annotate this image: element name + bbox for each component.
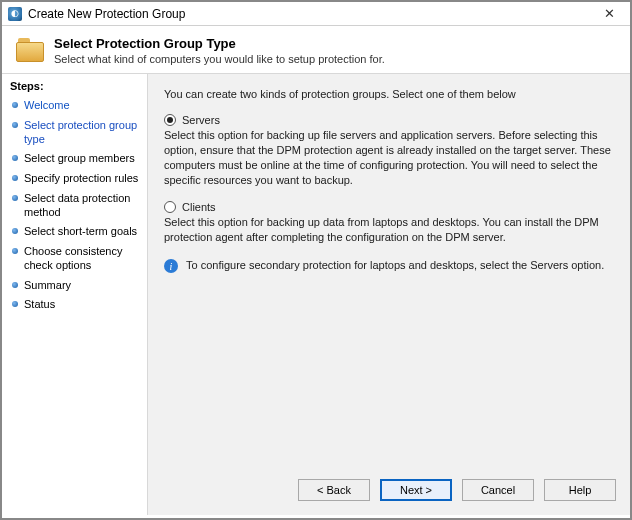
step-select-data-protection-method[interactable]: Select data protection method (2, 189, 147, 223)
next-button[interactable]: Next > (380, 479, 452, 501)
cancel-button[interactable]: Cancel (462, 479, 534, 501)
option-clients-description: Select this option for backing up data f… (164, 215, 614, 245)
folder-icon (16, 38, 44, 64)
app-icon: ◐ (8, 7, 22, 21)
info-text: To configure secondary protection for la… (186, 259, 604, 271)
step-bullet-icon (12, 282, 18, 288)
step-bullet-icon (12, 155, 18, 161)
step-specify-protection-rules[interactable]: Specify protection rules (2, 169, 147, 189)
step-status[interactable]: Status (2, 295, 147, 315)
option-servers-label: Servers (182, 114, 220, 126)
step-bullet-icon (12, 195, 18, 201)
option-servers[interactable]: Servers (164, 114, 614, 126)
back-button[interactable]: < Back (298, 479, 370, 501)
step-select-protection-group-type[interactable]: Select protection group type (2, 116, 147, 150)
page-title: Select Protection Group Type (54, 36, 385, 51)
step-bullet-icon (12, 301, 18, 307)
option-servers-description: Select this option for backing up file s… (164, 128, 614, 187)
wizard-header: Select Protection Group Type Select what… (2, 26, 630, 73)
intro-text: You can create two kinds of protection g… (164, 88, 614, 100)
step-bullet-icon (12, 175, 18, 181)
help-button[interactable]: Help (544, 479, 616, 501)
page-subtitle: Select what kind of computers you would … (54, 53, 385, 65)
radio-icon (164, 114, 176, 126)
option-clients-label: Clients (182, 201, 216, 213)
step-bullet-icon (12, 248, 18, 254)
step-bullet-icon (12, 102, 18, 108)
step-bullet-icon (12, 228, 18, 234)
content-pane: You can create two kinds of protection g… (148, 74, 630, 469)
window-title: Create New Protection Group (28, 7, 185, 21)
info-icon: i (164, 259, 178, 273)
step-select-group-members[interactable]: Select group members (2, 149, 147, 169)
step-select-short-term-goals[interactable]: Select short-term goals (2, 222, 147, 242)
steps-heading: Steps: (2, 80, 147, 96)
close-button[interactable]: ✕ (592, 4, 626, 24)
info-note: i To configure secondary protection for … (164, 259, 614, 273)
step-choose-consistency-check-options[interactable]: Choose consistency check options (2, 242, 147, 276)
option-clients[interactable]: Clients (164, 201, 614, 213)
steps-sidebar: Steps: Welcome Select protection group t… (2, 73, 148, 515)
step-summary[interactable]: Summary (2, 276, 147, 296)
wizard-buttons: < Back Next > Cancel Help (148, 469, 630, 515)
step-bullet-icon (12, 122, 18, 128)
step-welcome[interactable]: Welcome (2, 96, 147, 116)
radio-icon (164, 201, 176, 213)
titlebar: ◐ Create New Protection Group ✕ (2, 2, 630, 26)
